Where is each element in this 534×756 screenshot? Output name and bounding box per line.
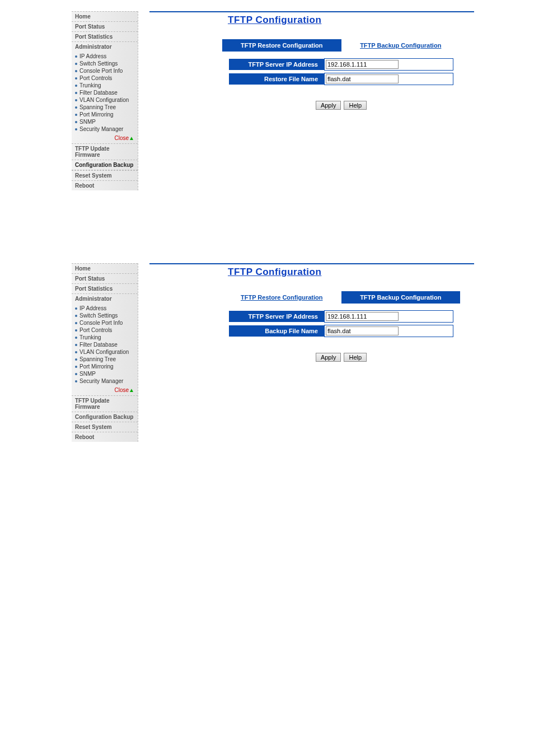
nav-administrator[interactable]: Administrator bbox=[72, 41, 138, 52]
close-menu[interactable]: Close▲ bbox=[72, 134, 138, 143]
nav-spanning-tree[interactable]: Spanning Tree bbox=[72, 104, 138, 111]
close-arrow-icon: ▲ bbox=[129, 135, 134, 141]
input-tftp-server-ip[interactable] bbox=[326, 60, 399, 69]
help-button[interactable]: Help bbox=[344, 101, 367, 110]
tabs-row: TFTP Restore Configuration TFTP Backup C… bbox=[222, 39, 460, 52]
tab-restore[interactable]: TFTP Restore Configuration bbox=[222, 39, 341, 52]
tab-backup[interactable]: TFTP Backup Configuration bbox=[341, 291, 461, 304]
nav-trunking[interactable]: Trunking bbox=[72, 82, 138, 89]
nav-trunking[interactable]: Trunking bbox=[72, 334, 138, 341]
tab-backup[interactable]: TFTP Backup Configuration bbox=[341, 39, 461, 52]
nav-reset-system[interactable]: Reset System bbox=[72, 422, 138, 432]
nav-switch-settings[interactable]: Switch Settings bbox=[72, 312, 138, 319]
tabs-row: TFTP Restore Configuration TFTP Backup C… bbox=[222, 291, 460, 304]
nav-port-controls[interactable]: Port Controls bbox=[72, 74, 138, 82]
page-title: TFTP Configuration bbox=[228, 15, 534, 26]
nav-ip-address[interactable]: IP Address bbox=[72, 305, 138, 312]
nav-spanning-tree[interactable]: Spanning Tree bbox=[72, 356, 138, 363]
nav-vlan-configuration[interactable]: VLAN Configuration bbox=[72, 348, 138, 356]
nav-console-port-info[interactable]: Console Port Info bbox=[72, 319, 138, 326]
nav-filter-database[interactable]: Filter Database bbox=[72, 89, 138, 96]
input-restore-filename[interactable] bbox=[326, 74, 399, 83]
admin-submenu: IP Address Switch Settings Console Port … bbox=[72, 304, 138, 386]
nav-port-status[interactable]: Port Status bbox=[72, 273, 138, 283]
nav-snmp[interactable]: SNMP bbox=[72, 118, 138, 125]
nav-security-manager[interactable]: Security Manager bbox=[72, 377, 138, 385]
nav-port-statistics[interactable]: Port Statistics bbox=[72, 283, 138, 293]
nav-tftp-update-firmware[interactable]: TFTP Update Firmware bbox=[72, 395, 138, 412]
nav-port-status[interactable]: Port Status bbox=[72, 21, 138, 31]
nav-reboot[interactable]: Reboot bbox=[72, 180, 138, 190]
apply-button[interactable]: Apply bbox=[316, 353, 341, 362]
nav-vlan-configuration[interactable]: VLAN Configuration bbox=[72, 96, 138, 104]
label-backup-filename: Backup File Name bbox=[229, 325, 324, 337]
nav-ip-address[interactable]: IP Address bbox=[72, 53, 138, 60]
label-tftp-server-ip: TFTP Server IP Address bbox=[229, 311, 324, 322]
admin-submenu: IP Address Switch Settings Console Port … bbox=[72, 52, 138, 134]
input-tftp-server-ip[interactable] bbox=[326, 312, 399, 321]
nav-configuration-backup[interactable]: Configuration Backup bbox=[72, 160, 138, 170]
content-scr0: TFTP Configuration TFTP Restore Configur… bbox=[149, 11, 534, 110]
label-restore-filename: Restore File Name bbox=[229, 73, 324, 85]
nav-reset-system[interactable]: Reset System bbox=[72, 170, 138, 180]
nav-switch-settings[interactable]: Switch Settings bbox=[72, 60, 138, 67]
nav-configuration-backup[interactable]: Configuration Backup bbox=[72, 412, 138, 422]
help-button[interactable]: Help bbox=[344, 353, 367, 362]
tab-restore[interactable]: TFTP Restore Configuration bbox=[222, 291, 341, 304]
nav-home[interactable]: Home bbox=[72, 11, 138, 21]
nav-console-port-info[interactable]: Console Port Info bbox=[72, 67, 138, 74]
input-backup-filename[interactable] bbox=[326, 326, 399, 335]
nav-port-mirroring[interactable]: Port Mirroring bbox=[72, 363, 138, 370]
content-scr1: TFTP Configuration TFTP Restore Configur… bbox=[149, 263, 534, 362]
nav-security-manager[interactable]: Security Manager bbox=[72, 125, 138, 133]
nav-home[interactable]: Home bbox=[72, 263, 138, 273]
nav-reboot[interactable]: Reboot bbox=[72, 432, 138, 442]
nav-snmp[interactable]: SNMP bbox=[72, 370, 138, 377]
top-rule bbox=[149, 263, 474, 264]
apply-button[interactable]: Apply bbox=[316, 101, 341, 110]
nav-tftp-update-firmware[interactable]: TFTP Update Firmware bbox=[72, 143, 138, 160]
sidebar: Home Port Status Port Statistics Adminis… bbox=[72, 11, 138, 190]
sidebar: Home Port Status Port Statistics Adminis… bbox=[72, 263, 138, 442]
page-title: TFTP Configuration bbox=[228, 267, 534, 278]
nav-port-controls[interactable]: Port Controls bbox=[72, 326, 138, 334]
nav-filter-database[interactable]: Filter Database bbox=[72, 341, 138, 348]
top-rule bbox=[149, 11, 474, 12]
close-menu[interactable]: Close▲ bbox=[72, 386, 138, 395]
nav-port-mirroring[interactable]: Port Mirroring bbox=[72, 111, 138, 118]
close-arrow-icon: ▲ bbox=[129, 387, 134, 393]
nav-administrator[interactable]: Administrator bbox=[72, 293, 138, 304]
nav-port-statistics[interactable]: Port Statistics bbox=[72, 31, 138, 41]
label-tftp-server-ip: TFTP Server IP Address bbox=[229, 59, 324, 70]
